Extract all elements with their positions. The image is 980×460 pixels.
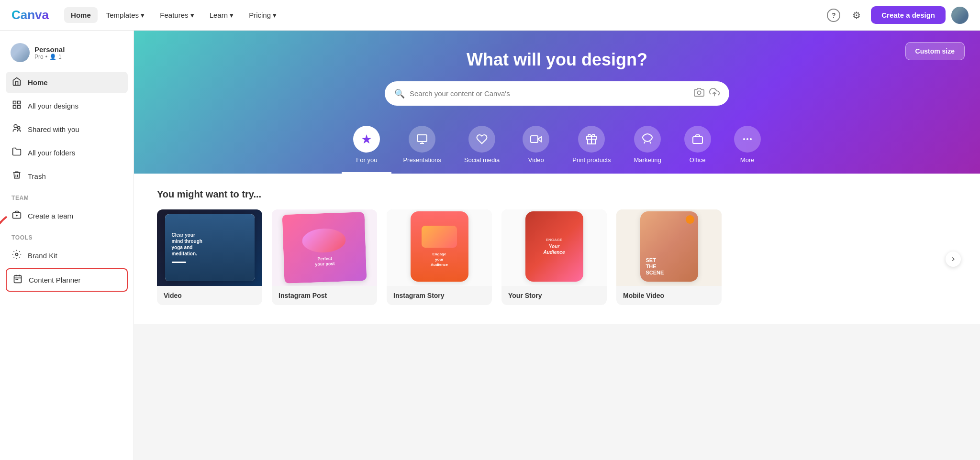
home-icon (11, 77, 22, 88)
card-video-thumb: Clear yourmind throughyoga andmeditation… (157, 209, 262, 286)
sidebar-folders-label: All your folders (28, 149, 75, 157)
help-button[interactable]: ? (825, 7, 842, 24)
social-media-icon (468, 126, 495, 153)
cat-tab-for-you[interactable]: For you (342, 121, 391, 174)
user-name: Personal (34, 45, 65, 54)
user-details: Personal Pro • 👤 1 (34, 45, 65, 60)
presentations-icon (409, 126, 435, 153)
cat-social-media-label: Social media (464, 156, 500, 167)
tools-section-label: Tools (6, 229, 128, 243)
sidebar-item-folders[interactable]: All your folders (6, 142, 128, 164)
svg-rect-19 (417, 135, 427, 142)
cat-tab-print-products[interactable]: Print products (561, 121, 622, 174)
nav-pricing[interactable]: Pricing ▾ (242, 7, 283, 23)
dot-separator: • (45, 54, 47, 60)
card-video[interactable]: Clear yourmind throughyoga andmeditation… (157, 209, 262, 305)
svg-rect-3 (18, 106, 21, 109)
cat-tab-office[interactable]: Office (673, 121, 723, 174)
marketing-icon (634, 126, 661, 153)
main-layout: Personal Pro • 👤 1 Home All your designs (0, 31, 980, 460)
svg-rect-24 (693, 137, 702, 143)
sidebar-trash-label: Trash (28, 172, 46, 180)
top-navigation: Canva Home Templates ▾ Features ▾ Learn … (0, 0, 980, 31)
card-ig-story[interactable]: EngageyourAudience Instagram Story (387, 209, 492, 305)
cards-row: Clear yourmind throughyoga andmeditation… (157, 209, 957, 309)
sidebar-item-all-designs[interactable]: All your designs (6, 95, 128, 117)
brand-kit-icon (11, 250, 22, 262)
cat-marketing-label: Marketing (634, 156, 661, 167)
cat-tab-marketing[interactable]: Marketing (623, 121, 673, 174)
cat-for-you-label: For you (356, 156, 377, 167)
camera-icon[interactable] (694, 87, 704, 100)
card-ig-post-label: Instagram Post (272, 286, 377, 305)
card-mobile-video-thumb: SETTHESCENE (616, 209, 722, 286)
upload-icon[interactable] (709, 87, 720, 100)
svg-rect-0 (13, 101, 16, 104)
team-section-label: Team (6, 189, 128, 203)
more-icon (734, 126, 761, 153)
user-avatar[interactable] (951, 7, 969, 24)
svg-rect-1 (18, 101, 21, 104)
svg-rect-23 (531, 136, 538, 142)
sidebar-item-home[interactable]: Home (6, 72, 128, 93)
sidebar-item-content-planner[interactable]: Content Planner (6, 268, 128, 292)
cat-tab-presentations[interactable]: Presentations (391, 121, 453, 174)
card-ig-story-thumb: EngageyourAudience (387, 209, 492, 286)
sidebar-item-shared[interactable]: Shared with you (6, 119, 128, 140)
sidebar-home-label: Home (28, 78, 48, 87)
nav-learn[interactable]: Learn ▾ (203, 7, 241, 23)
create-design-button[interactable]: Create a design (871, 6, 946, 24)
logo[interactable]: Canva (11, 8, 49, 22)
brand-name: Canva (11, 8, 49, 22)
card-your-story[interactable]: ENGAGE YourAudience Your Story (501, 209, 607, 305)
designs-icon (11, 100, 22, 112)
nav-links: Home Templates ▾ Features ▾ Learn ▾ Pric… (64, 7, 825, 23)
scroll-right-button[interactable] (946, 252, 961, 267)
cat-print-label: Print products (572, 156, 611, 167)
cat-office-label: Office (690, 156, 706, 167)
gear-icon: ⚙ (852, 10, 861, 21)
nav-home[interactable]: Home (64, 7, 98, 23)
cat-more-label: More (740, 156, 755, 167)
sidebar-item-trash[interactable]: Trash (6, 165, 128, 187)
user-info[interactable]: Personal Pro • 👤 1 (6, 38, 128, 70)
nav-templates[interactable]: Templates ▾ (100, 7, 152, 23)
nav-features[interactable]: Features ▾ (153, 7, 200, 23)
svg-point-26 (746, 138, 748, 140)
sidebar-item-brand-kit[interactable]: Brand Kit (6, 245, 128, 266)
cat-tab-video[interactable]: Video (511, 121, 561, 174)
svg-point-4 (14, 125, 17, 128)
category-tabs: For you Presentations Social media (157, 121, 957, 174)
card-ig-story-label: Instagram Story (387, 286, 492, 305)
team-icon (11, 210, 22, 222)
search-bar: 🔍 (385, 81, 729, 106)
custom-size-button[interactable]: Custom size (905, 42, 965, 60)
cat-tab-social-media[interactable]: Social media (453, 121, 511, 174)
sidebar-avatar (11, 43, 30, 62)
user-meta: Pro • 👤 1 (34, 54, 65, 60)
search-input[interactable] (410, 89, 689, 98)
card-ig-post[interactable]: Perfectyour post Instagram Post (272, 209, 377, 305)
content-planner-icon (12, 274, 23, 286)
card-ig-post-thumb: Perfectyour post (272, 209, 377, 286)
search-action-icons (694, 87, 720, 100)
suggestions-section: You might want to try... Clear yourmind … (134, 174, 980, 324)
print-products-icon (578, 126, 605, 153)
card-mobile-video-label: Mobile Video (616, 286, 722, 305)
svg-point-9 (16, 253, 18, 256)
member-count: 1 (58, 54, 62, 60)
sidebar-brand-kit-label: Brand Kit (28, 252, 57, 260)
cat-presentations-label: Presentations (403, 156, 441, 167)
cat-tab-more[interactable]: More (723, 121, 772, 174)
sidebar-shared-label: Shared with you (28, 125, 79, 133)
sidebar-designs-label: All your designs (28, 102, 78, 110)
svg-point-25 (743, 138, 745, 140)
settings-button[interactable]: ⚙ (848, 7, 865, 24)
sidebar: Personal Pro • 👤 1 Home All your designs (0, 31, 134, 460)
office-icon (684, 126, 711, 153)
svg-point-17 (697, 91, 701, 94)
card-mobile-video[interactable]: SETTHESCENE Mobile Video (616, 209, 722, 305)
sidebar-item-create-team[interactable]: Create a team (6, 205, 128, 227)
user-plan: Pro (34, 54, 44, 60)
sidebar-content-planner-label: Content Planner (29, 276, 80, 284)
